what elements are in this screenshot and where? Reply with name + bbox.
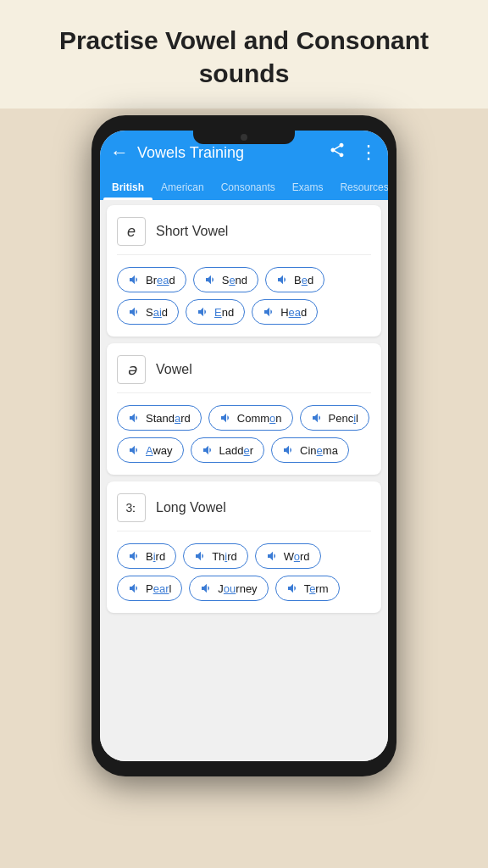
word-said: Said	[146, 306, 168, 319]
word-pill-said[interactable]: Said	[117, 299, 179, 325]
top-banner: Practise Vowel and Consonant sounds	[0, 0, 488, 108]
word-pill-word[interactable]: Word	[255, 543, 321, 569]
phone-notch	[193, 131, 295, 144]
phone-camera	[241, 134, 247, 141]
word-pill-cinema[interactable]: Cinema	[271, 437, 349, 463]
word-ladder: Ladder	[219, 444, 254, 457]
word-pearl: Pearl	[146, 582, 171, 595]
word-term: Term	[304, 582, 329, 595]
word-pill-ladder[interactable]: Ladder	[191, 437, 265, 463]
word-pill-journey[interactable]: Journey	[189, 576, 268, 601]
word-end: End	[214, 306, 234, 319]
word-pill-third[interactable]: Third	[183, 543, 248, 569]
word-send: Send	[222, 274, 247, 287]
card-long-vowel: 3ː Long Vowel Bird Third Word	[107, 481, 381, 613]
word-bread: Bread	[146, 274, 175, 287]
more-options-icon[interactable]: ⋮	[359, 142, 378, 164]
phone-device: ← Vowels Training ⋮ British American Con…	[92, 115, 396, 776]
word-head: Head	[280, 306, 307, 319]
word-journey: Journey	[218, 582, 257, 595]
card-header-short-vowel: e Short Vowel	[117, 217, 371, 255]
word-standard: Standard	[146, 412, 191, 425]
word-pill-bed[interactable]: Bed	[265, 267, 324, 292]
vowel-type-long: Long Vowel	[156, 500, 226, 515]
words-grid-long-vowel: Bird Third Word Pearl	[117, 543, 371, 601]
word-pill-bread[interactable]: Bread	[117, 267, 186, 292]
app-title: Vowels Training	[137, 144, 329, 162]
vowel-type-schwa: Vowel	[156, 362, 192, 377]
word-pill-standard[interactable]: Standard	[117, 405, 202, 431]
card-header-long: 3ː Long Vowel	[117, 493, 371, 531]
word-cinema: Cinema	[300, 444, 338, 457]
word-common: Common	[237, 412, 282, 425]
tab-consonants[interactable]: Consonants	[213, 175, 284, 200]
card-schwa-vowel: ə Vowel Standard Common Pencil	[107, 343, 381, 475]
word-pencil: Pencil	[329, 412, 358, 425]
tabs-bar: British American Consonants Exams Resour…	[100, 175, 388, 200]
phonetic-symbol-e: e	[117, 217, 146, 246]
word-bird: Bird	[146, 550, 165, 563]
share-icon[interactable]	[329, 142, 346, 164]
tab-resources[interactable]: Resources t	[331, 175, 388, 200]
word-pill-pearl[interactable]: Pearl	[117, 576, 182, 601]
word-away: Away	[146, 444, 173, 457]
card-short-vowel: e Short Vowel Bread Send Bed	[107, 205, 381, 337]
word-pill-end[interactable]: End	[186, 299, 245, 325]
back-button[interactable]: ←	[110, 142, 129, 164]
phonetic-symbol-long: 3ː	[117, 493, 146, 522]
word-pill-bird[interactable]: Bird	[117, 543, 176, 569]
word-pill-head[interactable]: Head	[252, 299, 318, 325]
banner-headline: Practise Vowel and Consonant sounds	[34, 24, 454, 90]
word-third: Third	[212, 550, 237, 563]
tab-british[interactable]: British	[103, 175, 152, 200]
word-bed: Bed	[294, 274, 313, 287]
words-grid-short-vowel: Bread Send Bed Said	[117, 267, 371, 325]
app-bar-actions: ⋮	[329, 142, 378, 164]
word-word: Word	[284, 550, 310, 563]
phone-screen: ← Vowels Training ⋮ British American Con…	[100, 131, 388, 761]
word-pill-away[interactable]: Away	[117, 437, 184, 463]
tab-exams[interactable]: Exams	[284, 175, 332, 200]
word-pill-common[interactable]: Common	[208, 405, 293, 431]
phonetic-symbol-schwa: ə	[117, 355, 146, 384]
word-pill-pencil[interactable]: Pencil	[300, 405, 369, 431]
vowel-type-short: Short Vowel	[156, 224, 228, 239]
scroll-content: e Short Vowel Bread Send Bed	[100, 200, 388, 761]
tab-american[interactable]: American	[152, 175, 213, 200]
word-pill-send[interactable]: Send	[193, 267, 258, 292]
words-grid-schwa: Standard Common Pencil Away	[117, 405, 371, 463]
card-header-schwa: ə Vowel	[117, 355, 371, 393]
word-pill-term[interactable]: Term	[275, 576, 340, 601]
